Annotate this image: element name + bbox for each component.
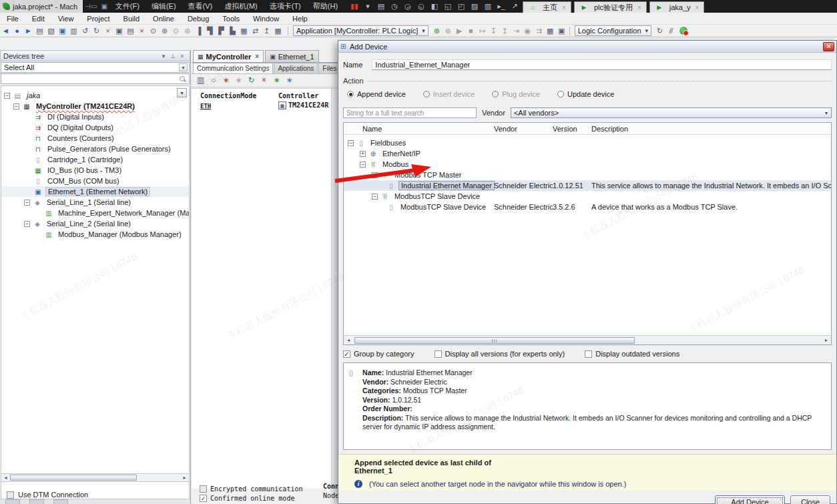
action-radio[interactable]: Update device (557, 90, 614, 98)
tree-item[interactable]: ⇉ DQ (Digital Outputs) (1, 122, 189, 133)
vm-menu-item[interactable]: 选项卡(T) (264, 1, 307, 11)
vm-menu-item[interactable]: 文件(F) (109, 1, 146, 11)
project-settings-icon[interactable]: ▦ (238, 25, 250, 37)
bookmark-next-icon[interactable]: ▜ (204, 25, 216, 37)
find-next-icon[interactable]: ⊛ (159, 25, 170, 37)
tree-expander-icon[interactable]: − (348, 140, 354, 146)
scroll-right-icon[interactable]: ▸ (822, 337, 831, 343)
flash-device-icon[interactable]: ∗ (220, 75, 232, 86)
dialog-close-button[interactable]: ✕ (823, 42, 834, 51)
device-table-row[interactable]: − ⣿ Modbus TCP Master (344, 170, 831, 180)
export-icon[interactable]: ↥ (261, 25, 272, 37)
console-icon[interactable]: ▸_ (495, 1, 508, 11)
menubar-item[interactable]: Online (146, 15, 181, 23)
expand-icon[interactable]: ↗ (508, 1, 521, 11)
tree-item[interactable]: − ▤ jaka (1, 90, 189, 101)
confirmed-online-mode-checkbox[interactable]: ✓ (200, 495, 207, 502)
logic-configuration-selector[interactable]: Logic Configuration ▾ (575, 25, 651, 36)
tree-item[interactable]: ▥ Modbus_Manager (Modbus Manager) (1, 229, 189, 240)
generate-code-icon[interactable]: ⊛ (443, 25, 454, 37)
bookmark-clear-icon[interactable]: ▙ (227, 25, 238, 37)
use-dtm-checkbox[interactable] (7, 491, 14, 499)
tree-item[interactable]: ▯ Cartridge_1 (Cartridge) (1, 154, 189, 165)
nav-back-icon[interactable]: ◄ (0, 25, 11, 37)
tree-item[interactable]: ⊓ Counters (Counters) (1, 133, 189, 144)
undo-icon[interactable]: ↺ (79, 25, 91, 37)
device-table-row[interactable]: ▯ ModbusTCP Slave Device Schneider Elect… (344, 202, 831, 212)
tree-expander-icon[interactable]: − (360, 162, 366, 168)
vm-tab[interactable]: ⌂ 主页 × (523, 1, 571, 13)
menubar-item[interactable]: File (0, 15, 25, 23)
pin-icon[interactable]: ⊥ (168, 53, 178, 59)
editor-subtab[interactable]: Applications (274, 63, 318, 73)
column-header-vendor[interactable]: Vendor (494, 125, 553, 133)
tree-view-dropdown-icon[interactable]: ▾ (177, 88, 187, 97)
tree-item[interactable]: − ◈ Serial_Line_2 (Serial line) (1, 218, 189, 229)
menubar-item[interactable]: Debug (181, 15, 216, 23)
pause-dropdown-icon[interactable]: ▾ (361, 1, 374, 11)
calendar-icon[interactable]: ▦ (272, 25, 284, 37)
eth-link[interactable]: ETH (200, 103, 211, 109)
save-icon[interactable]: ▣ (57, 25, 68, 37)
copy-icon[interactable]: ▣ (113, 25, 125, 37)
replace-all-icon[interactable]: ⊛ (182, 25, 193, 37)
tree-item[interactable]: ⇉ DI (Digital Inputs) (1, 111, 189, 122)
diff-icon[interactable]: ⫻ (665, 25, 677, 37)
device-filter-dropdown[interactable]: Select All ▾ (1, 62, 190, 73)
unpin-icon[interactable]: ⊣▭ (85, 3, 97, 10)
tree-item[interactable]: − ◈ Serial_Line_1 (Serial line) (1, 197, 189, 208)
editor-tab-close-icon[interactable]: × (255, 53, 259, 60)
snapshot-manager-icon[interactable]: ◵ (414, 1, 428, 11)
multimonitor-icon[interactable]: ▥ (481, 1, 495, 11)
vm-tab-close-icon[interactable]: × (562, 4, 566, 11)
tree-item[interactable]: ▦ IO_Bus (IO bus - TM3) (1, 165, 189, 176)
menubar-item[interactable]: Tools (216, 15, 246, 23)
checkbox-icon[interactable] (435, 350, 442, 358)
scroll-right-icon[interactable]: ▸ (180, 475, 189, 481)
column-header-description[interactable]: Description (591, 125, 831, 133)
monitor1-icon[interactable]: ▦ (545, 25, 556, 37)
snapshot-take-icon[interactable]: ◷ (388, 1, 401, 11)
menubar-item[interactable]: Build (117, 15, 146, 23)
vm-menu-item[interactable]: 帮助(H) (307, 1, 344, 11)
flash-secondary-icon[interactable]: ∗ (232, 75, 245, 86)
checkbox-icon[interactable]: ✓ (343, 350, 350, 358)
scrollbar-thumb[interactable] (10, 475, 137, 481)
tree-expander-icon[interactable]: − (4, 93, 10, 99)
tree-item[interactable]: − ▦ MyController (TM241CE24R) (1, 101, 189, 111)
tree-item[interactable]: ▣ Ethernet_1 (Ethernet Network) (1, 186, 189, 197)
display-option[interactable]: Display all versions (for experts only) (435, 350, 565, 358)
open-project-icon[interactable]: ▧ (45, 25, 57, 37)
column-header-name[interactable]: Name (344, 125, 494, 133)
tree-item[interactable]: ⊓ Pulse_Generators (Pulse Generators) (1, 144, 189, 154)
scrollbar-thumb[interactable] (354, 337, 635, 344)
nav-forward-icon[interactable]: ► (23, 25, 34, 37)
breakpoint-icon[interactable]: ◉ (522, 25, 533, 37)
nav-stop-icon[interactable]: ● (11, 25, 23, 37)
refresh-icon[interactable]: ↻ (654, 25, 665, 37)
device-name-field[interactable]: Industrial_Ethernet_Manager (372, 59, 832, 70)
tree-expander-icon[interactable]: − (372, 172, 378, 178)
tree-expander-icon[interactable]: − (24, 200, 30, 206)
window-restore-icon[interactable]: ▣ (101, 3, 107, 10)
delete-icon[interactable]: × (136, 25, 148, 37)
add-device-button[interactable]: Add Device (715, 495, 785, 504)
panel-menu-icon[interactable]: ▾ (159, 53, 168, 59)
vm-menu-item[interactable]: 查看(V) (182, 1, 219, 11)
online-status-icon[interactable] (679, 27, 687, 35)
devices-horizontal-scrollbar[interactable]: ◂ ▸ (1, 473, 190, 482)
action-radio[interactable]: Append device (347, 90, 406, 98)
tree-expander-icon[interactable]: + (360, 151, 366, 157)
vm-tab[interactable]: ▶ plc验证专用 × (574, 1, 647, 13)
close-button[interactable]: Close (790, 495, 830, 504)
bookmark-prev-icon[interactable]: ▛ (216, 25, 227, 37)
tree-expander-icon[interactable]: − (13, 103, 19, 109)
force-values-icon[interactable]: ⇉ (533, 25, 545, 37)
run-to-cursor-icon[interactable]: ⇥ (511, 25, 522, 37)
new-project-icon[interactable]: ▤ (34, 25, 45, 37)
vendor-dropdown[interactable]: <All vendors> ▾ (511, 107, 832, 118)
snapshot-revert-icon[interactable]: ◶ (401, 1, 414, 11)
tree-item[interactable]: ▥ Machine_Expert_Network_Manager (Machin… (1, 208, 189, 218)
gateway-icon[interactable]: ▥ (194, 75, 207, 86)
menubar-item[interactable]: Help (286, 15, 314, 23)
